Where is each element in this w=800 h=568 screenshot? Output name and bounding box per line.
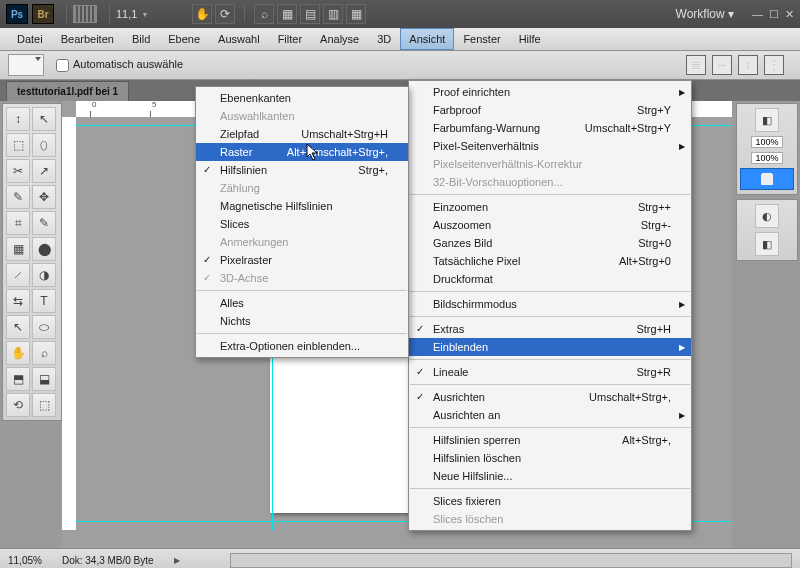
- tool-button[interactable]: ⟲: [6, 393, 30, 417]
- options-icon[interactable]: ↔: [712, 55, 732, 75]
- tool-button[interactable]: ↖: [32, 107, 56, 131]
- menu-item[interactable]: Druckformat: [409, 270, 691, 288]
- auto-select-checkbox[interactable]: Automatisch auswähle: [52, 56, 183, 75]
- menu-item[interactable]: Ausrichten an▶: [409, 406, 691, 424]
- tool-button[interactable]: ✋: [6, 341, 30, 365]
- bridge-icon[interactable]: Br: [32, 4, 54, 24]
- tool-button[interactable]: ⌗: [6, 211, 30, 235]
- menu-item[interactable]: Hilfslinien sperrenAlt+Strg+,: [409, 431, 691, 449]
- menu-item[interactable]: Bildschirmmodus▶: [409, 295, 691, 313]
- tool-button[interactable]: ⬚: [32, 393, 56, 417]
- close-button[interactable]: ✕: [785, 8, 794, 21]
- document-tab[interactable]: testtutoria1l.pdf bei 1: [6, 81, 129, 101]
- tool-button[interactable]: ◑: [32, 263, 56, 287]
- menu-item[interactable]: Alles: [196, 294, 408, 312]
- options-icon[interactable]: ↕: [738, 55, 758, 75]
- menu-item[interactable]: ✓HilfslinienStrg+,: [196, 161, 408, 179]
- tool-button[interactable]: T: [32, 289, 56, 313]
- menu-item[interactable]: Slices fixieren: [409, 492, 691, 510]
- menu-filter[interactable]: Filter: [269, 28, 311, 50]
- chevron-down-icon[interactable]: ▼: [141, 11, 148, 18]
- menu-item[interactable]: Farbumfang-WarnungUmschalt+Strg+Y: [409, 119, 691, 137]
- tool-button[interactable]: ✥: [32, 185, 56, 209]
- title-tool-button[interactable]: ⌕: [254, 4, 274, 24]
- panel-collapsed[interactable]: ◧ 100% 100%: [736, 103, 798, 195]
- options-icon[interactable]: ≣: [686, 55, 706, 75]
- tool-button[interactable]: ✎: [32, 211, 56, 235]
- menu-item[interactable]: Ebenenkanten: [196, 89, 408, 107]
- menu-item[interactable]: FarbproofStrg+Y: [409, 101, 691, 119]
- dock-icon[interactable]: ◧: [755, 232, 779, 256]
- title-tool-button[interactable]: ▦: [277, 4, 297, 24]
- minimize-button[interactable]: —: [752, 8, 763, 21]
- dock-icon[interactable]: ◐: [755, 204, 779, 228]
- title-tool-button[interactable]: ▤: [300, 4, 320, 24]
- status-zoom[interactable]: 11,05%: [8, 555, 42, 566]
- menu-item[interactable]: Tatsächliche PixelAlt+Strg+0: [409, 252, 691, 270]
- menu-item[interactable]: Extra-Optionen einblenden...: [196, 337, 408, 355]
- menu-item[interactable]: ✓AusrichtenUmschalt+Strg+,: [409, 388, 691, 406]
- tool-button[interactable]: ⬭: [32, 315, 56, 339]
- menu-auswahl[interactable]: Auswahl: [209, 28, 269, 50]
- menu-item[interactable]: RasterAlt+Umschalt+Strg+,: [196, 143, 408, 161]
- menu-item[interactable]: Einblenden▶: [409, 338, 691, 356]
- tool-button[interactable]: ↕: [6, 107, 30, 131]
- status-docsize[interactable]: Dok: 34,3 MB/0 Byte: [62, 555, 154, 566]
- menu-item[interactable]: ✓ExtrasStrg+H: [409, 320, 691, 338]
- menu-item[interactable]: Proof einrichten▶: [409, 83, 691, 101]
- title-tool-button[interactable]: ✋: [192, 4, 212, 24]
- menu-item[interactable]: Slices: [196, 215, 408, 233]
- menu-item[interactable]: Ganzes BildStrg+0: [409, 234, 691, 252]
- menu-item[interactable]: Magnetische Hilfslinien: [196, 197, 408, 215]
- title-tool-button[interactable]: ▥: [323, 4, 343, 24]
- layers-icon[interactable]: ◧: [755, 108, 779, 132]
- tool-button[interactable]: ⬒: [6, 367, 30, 391]
- tool-button[interactable]: ⬤: [32, 237, 56, 261]
- menu-3d[interactable]: 3D: [368, 28, 400, 50]
- tool-button[interactable]: ✎: [6, 185, 30, 209]
- menu-bild[interactable]: Bild: [123, 28, 159, 50]
- workspace-switcher[interactable]: Workflow ▾: [676, 7, 734, 21]
- menu-item[interactable]: EinzoomenStrg++: [409, 198, 691, 216]
- tool-preset-selector[interactable]: [8, 54, 44, 76]
- title-tool-button[interactable]: ⟳: [215, 4, 235, 24]
- tool-button[interactable]: ⬓: [32, 367, 56, 391]
- menu-ansicht[interactable]: Ansicht: [400, 28, 454, 50]
- tool-button[interactable]: ⟋: [6, 263, 30, 287]
- menu-bearbeiten[interactable]: Bearbeiten: [52, 28, 123, 50]
- options-icon[interactable]: ⋮: [764, 55, 784, 75]
- tool-button[interactable]: ↗: [32, 159, 56, 183]
- menu-analyse[interactable]: Analyse: [311, 28, 368, 50]
- percent-field[interactable]: 100%: [751, 152, 782, 164]
- menu-ebene[interactable]: Ebene: [159, 28, 209, 50]
- scrollbar-horizontal[interactable]: [230, 553, 792, 568]
- title-zoom[interactable]: 11,1: [116, 8, 137, 20]
- menu-item[interactable]: Nichts: [196, 312, 408, 330]
- menu-item[interactable]: ✓Pixelraster: [196, 251, 408, 269]
- menu-item[interactable]: Hilfslinien löschen: [409, 449, 691, 467]
- tool-button[interactable]: ↖: [6, 315, 30, 339]
- menu-fenster[interactable]: Fenster: [454, 28, 509, 50]
- photoshop-icon[interactable]: Ps: [6, 4, 28, 24]
- tool-button[interactable]: ✂: [6, 159, 30, 183]
- title-tool-button[interactable]: ▦: [346, 4, 366, 24]
- tool-button[interactable]: ⬚: [6, 133, 30, 157]
- tool-button[interactable]: ⬯: [32, 133, 56, 157]
- tool-button[interactable]: ▦: [6, 237, 30, 261]
- tool-button[interactable]: ⌕: [32, 341, 56, 365]
- menu-datei[interactable]: Datei: [8, 28, 52, 50]
- tool-button[interactable]: ⇆: [6, 289, 30, 313]
- menu-item[interactable]: Pixel-Seitenverhältnis▶: [409, 137, 691, 155]
- menu-item[interactable]: Neue Hilfslinie...: [409, 467, 691, 485]
- chevron-right-icon[interactable]: ▶: [174, 556, 180, 565]
- menu-hilfe[interactable]: Hilfe: [510, 28, 550, 50]
- menu-item[interactable]: ✓LinealeStrg+R: [409, 363, 691, 381]
- layer-thumbnail[interactable]: [740, 168, 794, 190]
- menu-item[interactable]: AuszoomenStrg+-: [409, 216, 691, 234]
- menu-item[interactable]: ZielpfadUmschalt+Strg+H: [196, 125, 408, 143]
- percent-field[interactable]: 100%: [751, 136, 782, 148]
- film-strip-icon[interactable]: [73, 5, 97, 23]
- ruler-vertical[interactable]: [62, 117, 77, 530]
- panel-collapsed[interactable]: ◐ ◧: [736, 199, 798, 261]
- maximize-button[interactable]: ☐: [769, 8, 779, 21]
